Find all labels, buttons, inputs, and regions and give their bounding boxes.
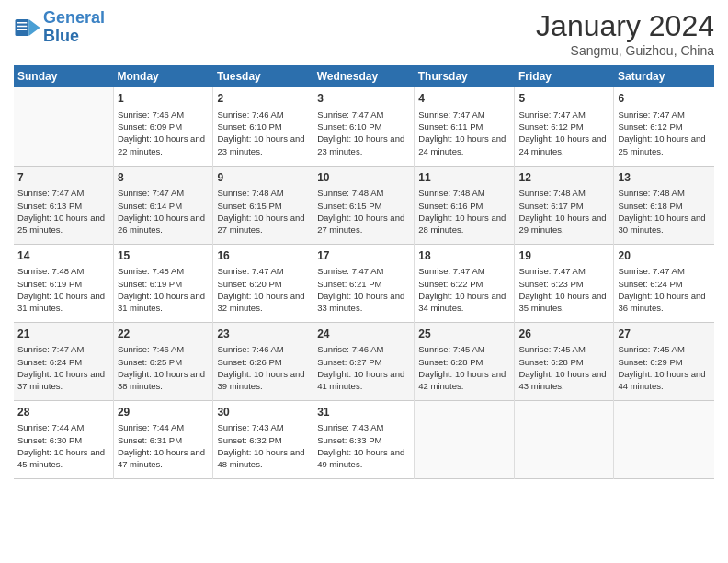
day-number: 18 bbox=[418, 248, 510, 264]
day-number: 21 bbox=[17, 327, 109, 342]
day-info: Sunrise: 7:47 AMSunset: 6:22 PMDaylight:… bbox=[418, 265, 510, 314]
day-info: Sunrise: 7:47 AMSunset: 6:14 PMDaylight:… bbox=[118, 187, 210, 236]
week-row-2: 7Sunrise: 7:47 AMSunset: 6:13 PMDaylight… bbox=[14, 166, 714, 244]
day-number: 24 bbox=[317, 327, 410, 342]
day-cell: 30Sunrise: 7:43 AMSunset: 6:32 PMDayligh… bbox=[213, 400, 313, 478]
day-cell: 1Sunrise: 7:46 AMSunset: 6:09 PMDaylight… bbox=[113, 87, 213, 166]
logo-general: General bbox=[43, 8, 105, 27]
day-cell: 24Sunrise: 7:46 AMSunset: 6:27 PMDayligh… bbox=[313, 322, 415, 400]
day-cell: 27Sunrise: 7:45 AMSunset: 6:29 PMDayligh… bbox=[614, 322, 714, 400]
day-header-monday: Monday bbox=[113, 65, 213, 87]
logo-icon bbox=[14, 14, 41, 41]
day-cell: 29Sunrise: 7:44 AMSunset: 6:31 PMDayligh… bbox=[113, 400, 213, 478]
day-cell: 26Sunrise: 7:45 AMSunset: 6:28 PMDayligh… bbox=[515, 322, 614, 400]
day-number: 6 bbox=[618, 91, 711, 107]
logo-text: General Blue bbox=[43, 9, 105, 46]
day-cell bbox=[14, 87, 113, 166]
day-cell: 21Sunrise: 7:47 AMSunset: 6:24 PMDayligh… bbox=[14, 322, 113, 400]
day-info: Sunrise: 7:45 AMSunset: 6:28 PMDaylight:… bbox=[418, 343, 510, 392]
title-block: January 2024 Sangmu, Guizhou, China bbox=[536, 9, 714, 58]
day-cell: 7Sunrise: 7:47 AMSunset: 6:13 PMDaylight… bbox=[14, 166, 113, 244]
day-cell: 11Sunrise: 7:48 AMSunset: 6:16 PMDayligh… bbox=[415, 166, 515, 244]
day-number: 16 bbox=[217, 248, 309, 264]
week-row-5: 28Sunrise: 7:44 AMSunset: 6:30 PMDayligh… bbox=[14, 400, 714, 478]
day-cell: 3Sunrise: 7:47 AMSunset: 6:10 PMDaylight… bbox=[313, 87, 415, 166]
days-header-row: SundayMondayTuesdayWednesdayThursdayFrid… bbox=[14, 65, 714, 87]
day-info: Sunrise: 7:47 AMSunset: 6:13 PMDaylight:… bbox=[17, 187, 109, 236]
day-header-thursday: Thursday bbox=[415, 65, 515, 87]
day-info: Sunrise: 7:48 AMSunset: 6:18 PMDaylight:… bbox=[618, 187, 711, 236]
day-cell: 31Sunrise: 7:43 AMSunset: 6:33 PMDayligh… bbox=[313, 400, 415, 478]
day-number: 7 bbox=[17, 170, 109, 186]
day-info: Sunrise: 7:43 AMSunset: 6:33 PMDaylight:… bbox=[317, 421, 410, 470]
day-number: 13 bbox=[618, 170, 711, 186]
day-number: 29 bbox=[118, 405, 210, 420]
day-number: 27 bbox=[618, 327, 711, 342]
header: General Blue January 2024 Sangmu, Guizho… bbox=[14, 9, 714, 58]
week-row-4: 21Sunrise: 7:47 AMSunset: 6:24 PMDayligh… bbox=[14, 322, 714, 400]
day-cell: 17Sunrise: 7:47 AMSunset: 6:21 PMDayligh… bbox=[313, 244, 415, 322]
day-info: Sunrise: 7:47 AMSunset: 6:21 PMDaylight:… bbox=[317, 265, 410, 314]
day-info: Sunrise: 7:47 AMSunset: 6:11 PMDaylight:… bbox=[418, 109, 510, 157]
day-cell: 22Sunrise: 7:46 AMSunset: 6:25 PMDayligh… bbox=[113, 322, 213, 400]
day-number: 10 bbox=[317, 170, 410, 186]
day-info: Sunrise: 7:46 AMSunset: 6:27 PMDaylight:… bbox=[317, 343, 410, 392]
day-cell: 16Sunrise: 7:47 AMSunset: 6:20 PMDayligh… bbox=[213, 244, 313, 322]
day-number: 8 bbox=[118, 170, 210, 186]
day-number: 12 bbox=[518, 170, 609, 186]
day-number: 17 bbox=[317, 248, 410, 264]
day-info: Sunrise: 7:46 AMSunset: 6:26 PMDaylight:… bbox=[217, 343, 309, 392]
day-number: 4 bbox=[418, 91, 510, 107]
day-info: Sunrise: 7:47 AMSunset: 6:20 PMDaylight:… bbox=[217, 265, 309, 314]
day-info: Sunrise: 7:47 AMSunset: 6:24 PMDaylight:… bbox=[17, 343, 109, 392]
day-cell bbox=[515, 400, 614, 478]
day-number: 2 bbox=[217, 91, 309, 107]
day-info: Sunrise: 7:44 AMSunset: 6:31 PMDaylight:… bbox=[118, 421, 210, 470]
day-info: Sunrise: 7:47 AMSunset: 6:10 PMDaylight:… bbox=[317, 109, 410, 157]
day-header-sunday: Sunday bbox=[14, 65, 113, 87]
day-number: 20 bbox=[618, 248, 711, 264]
day-cell: 19Sunrise: 7:47 AMSunset: 6:23 PMDayligh… bbox=[515, 244, 614, 322]
day-cell: 8Sunrise: 7:47 AMSunset: 6:14 PMDaylight… bbox=[113, 166, 213, 244]
day-info: Sunrise: 7:43 AMSunset: 6:32 PMDaylight:… bbox=[217, 421, 309, 470]
day-number: 31 bbox=[317, 405, 410, 420]
day-info: Sunrise: 7:48 AMSunset: 6:15 PMDaylight:… bbox=[317, 187, 410, 236]
day-cell bbox=[415, 400, 515, 478]
svg-rect-2 bbox=[17, 22, 28, 24]
day-info: Sunrise: 7:46 AMSunset: 6:25 PMDaylight:… bbox=[118, 343, 210, 392]
day-cell: 14Sunrise: 7:48 AMSunset: 6:19 PMDayligh… bbox=[14, 244, 113, 322]
day-cell: 20Sunrise: 7:47 AMSunset: 6:24 PMDayligh… bbox=[614, 244, 714, 322]
day-number: 30 bbox=[217, 405, 309, 420]
day-number: 22 bbox=[118, 327, 210, 342]
day-number: 1 bbox=[118, 91, 210, 107]
day-info: Sunrise: 7:47 AMSunset: 6:12 PMDaylight:… bbox=[518, 109, 609, 157]
day-cell: 9Sunrise: 7:48 AMSunset: 6:15 PMDaylight… bbox=[213, 166, 313, 244]
day-number: 15 bbox=[118, 248, 210, 264]
day-cell: 12Sunrise: 7:48 AMSunset: 6:17 PMDayligh… bbox=[515, 166, 614, 244]
day-cell: 25Sunrise: 7:45 AMSunset: 6:28 PMDayligh… bbox=[415, 322, 515, 400]
svg-rect-0 bbox=[16, 19, 29, 36]
day-info: Sunrise: 7:48 AMSunset: 6:15 PMDaylight:… bbox=[217, 187, 309, 236]
day-cell: 6Sunrise: 7:47 AMSunset: 6:12 PMDaylight… bbox=[614, 87, 714, 166]
week-row-3: 14Sunrise: 7:48 AMSunset: 6:19 PMDayligh… bbox=[14, 244, 714, 322]
month-year: January 2024 bbox=[536, 9, 714, 43]
day-number: 23 bbox=[217, 327, 309, 342]
day-info: Sunrise: 7:44 AMSunset: 6:30 PMDaylight:… bbox=[17, 421, 109, 470]
day-info: Sunrise: 7:46 AMSunset: 6:09 PMDaylight:… bbox=[118, 109, 210, 157]
svg-marker-1 bbox=[29, 19, 40, 36]
day-info: Sunrise: 7:48 AMSunset: 6:19 PMDaylight:… bbox=[17, 265, 109, 314]
day-cell: 18Sunrise: 7:47 AMSunset: 6:22 PMDayligh… bbox=[415, 244, 515, 322]
day-info: Sunrise: 7:46 AMSunset: 6:10 PMDaylight:… bbox=[217, 109, 309, 157]
day-header-wednesday: Wednesday bbox=[313, 65, 415, 87]
day-info: Sunrise: 7:47 AMSunset: 6:23 PMDaylight:… bbox=[518, 265, 609, 314]
logo: General Blue bbox=[14, 9, 105, 46]
day-number: 5 bbox=[518, 91, 609, 107]
day-cell: 23Sunrise: 7:46 AMSunset: 6:26 PMDayligh… bbox=[213, 322, 313, 400]
day-cell bbox=[614, 400, 714, 478]
day-number: 28 bbox=[17, 405, 109, 420]
day-number: 14 bbox=[17, 248, 109, 264]
page: General Blue January 2024 Sangmu, Guizho… bbox=[0, 0, 728, 563]
day-info: Sunrise: 7:45 AMSunset: 6:29 PMDaylight:… bbox=[618, 343, 711, 392]
day-info: Sunrise: 7:47 AMSunset: 6:24 PMDaylight:… bbox=[618, 265, 711, 314]
location: Sangmu, Guizhou, China bbox=[536, 43, 714, 58]
